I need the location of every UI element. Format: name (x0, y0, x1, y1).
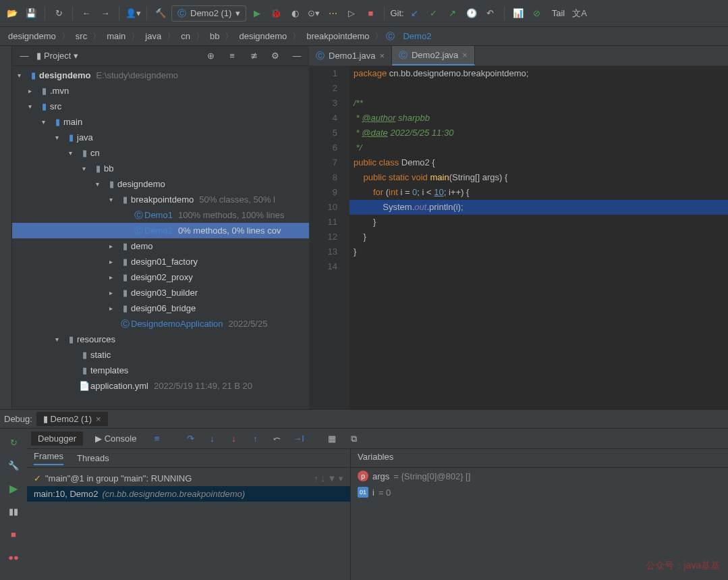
resume-icon[interactable]: ▶ (5, 480, 22, 496)
tree-demo[interactable]: ▸▮demo (12, 238, 309, 254)
var-args[interactable]: p args = {String[0]@802} [] (351, 468, 728, 484)
debug-session-tab[interactable]: ▮ Demo2 (1)× (36, 412, 108, 426)
tree-design02[interactable]: ▸▮design02_proxy (12, 269, 309, 285)
var-i[interactable]: 01 i = 0 (351, 484, 728, 500)
step-into-icon[interactable]: ↓ (204, 431, 220, 447)
hide-icon[interactable]: — (289, 48, 305, 64)
tree-design06[interactable]: ▸▮design06_bridge (12, 300, 309, 316)
line-num[interactable]: 11 (309, 215, 337, 230)
line-num[interactable]: 14 (309, 259, 337, 274)
line-num[interactable]: 3 (309, 96, 337, 111)
tree-main[interactable]: ▾▮main (12, 114, 309, 130)
check-icon[interactable]: ⊘ (529, 5, 545, 22)
line-num[interactable]: 2 (309, 81, 337, 96)
pause-icon[interactable]: ▮▮ (5, 503, 22, 519)
line-num[interactable]: 7 (309, 155, 337, 170)
breakpoints-icon[interactable]: ●● (5, 549, 22, 565)
tree-demo1[interactable]: ⒸDemo1100% methods, 100% lines (12, 207, 309, 223)
force-step-icon[interactable]: ↓ (225, 431, 242, 447)
code-editor[interactable]: package cn.bb.designdemo.breakpointdemo;… (349, 66, 728, 409)
collapse-icon[interactable]: ≢ (246, 48, 262, 64)
refresh-icon[interactable]: ↻ (51, 5, 67, 22)
tree-root[interactable]: ▾▮designdemoE:\study\designdemo (12, 68, 309, 83)
open-icon[interactable]: 📂 (4, 5, 20, 22)
config-icon[interactable]: 🔧 (5, 457, 22, 473)
crumb-8[interactable]: Demo2 (397, 30, 437, 43)
tree-app[interactable]: ⒸDesigndemoApplication2022/5/25 (12, 316, 309, 332)
line-num[interactable]: 8 (309, 170, 337, 185)
step-over-icon[interactable]: ↷ (182, 431, 198, 447)
git-update-icon[interactable]: ↙ (407, 5, 423, 22)
tree-java[interactable]: ▾▮java (12, 130, 309, 145)
tree-templates[interactable]: ▮templates (12, 363, 309, 378)
stop-debug-icon[interactable]: ■ (5, 526, 22, 542)
tree-designdemo[interactable]: ▾▮designdemo (12, 176, 309, 192)
thread-row[interactable]: ✓ "main"@1 in group "main": RUNNING ↑ ↓ … (27, 471, 350, 486)
translate-icon[interactable]: 文A (571, 5, 588, 22)
frames-tab[interactable]: Frames (34, 451, 63, 465)
crumb-7[interactable]: breakpointdemo (301, 30, 374, 43)
tree-demo2[interactable]: ⒸDemo20% methods, 0% lines cov (12, 223, 309, 238)
tree-static[interactable]: ▮static (12, 347, 309, 363)
close-icon[interactable]: × (379, 51, 385, 61)
crumb-2[interactable]: main (101, 30, 131, 43)
tree-mvn[interactable]: ▸▮.mvn (12, 83, 309, 99)
line-num[interactable]: 13 (309, 244, 337, 259)
debug-icon[interactable]: 🐞 (268, 5, 284, 22)
show-exec-icon[interactable]: ≡ (148, 431, 165, 447)
coverage-icon[interactable]: ◐ (287, 5, 303, 22)
rerun-icon[interactable]: ↻ (5, 434, 22, 450)
threads-tab[interactable]: Threads (77, 453, 109, 463)
tree-cn[interactable]: ▾▮cn (12, 145, 309, 161)
crumb-6[interactable]: designdemo (233, 30, 292, 43)
stop-icon[interactable]: ■ (362, 5, 379, 22)
close-icon[interactable]: × (462, 50, 468, 60)
user-icon[interactable]: 👤▾ (125, 5, 141, 22)
save-icon[interactable]: 💾 (23, 5, 39, 22)
debugger-tab[interactable]: Debugger (31, 431, 83, 446)
expand-icon[interactable]: ≡ (224, 48, 240, 64)
evaluate-icon[interactable]: ▦ (324, 431, 340, 447)
forward-icon[interactable]: → (97, 5, 113, 22)
tree-bb[interactable]: ▾▮bb (12, 161, 309, 176)
tail-label[interactable]: Tail (548, 8, 569, 18)
run-config-selector[interactable]: Ⓒ Demo2 (1) ▾ (171, 5, 246, 22)
line-num[interactable]: 1 (309, 66, 337, 81)
line-num[interactable]: 9 (309, 185, 337, 200)
line-num[interactable]: 12 (309, 230, 337, 244)
git-commit-icon[interactable]: ✓ (426, 5, 442, 22)
undo-icon[interactable]: ↶ (482, 5, 499, 22)
crumb-3[interactable]: java (140, 30, 167, 43)
crumb-0[interactable]: designdemo (3, 30, 61, 43)
crumb-4[interactable]: cn (175, 30, 196, 43)
crumb-1[interactable]: src (70, 30, 92, 43)
back-icon[interactable]: ← (78, 5, 94, 22)
profile-icon[interactable]: ⊙▾ (306, 5, 322, 22)
tab-demo1[interactable]: ⒸDemo1.java× (309, 46, 392, 65)
step-out-icon[interactable]: ↑ (247, 431, 263, 447)
run-icon[interactable]: ▶ (249, 5, 265, 22)
tree-design01[interactable]: ▸▮design01_factory (12, 254, 309, 269)
minimize-icon[interactable]: — (16, 48, 32, 64)
tree-src[interactable]: ▾▮src (12, 99, 309, 114)
stats-icon[interactable]: 📊 (510, 5, 526, 22)
run-to-cursor-icon[interactable]: →I (290, 431, 306, 447)
line-num[interactable]: 4 (309, 111, 337, 126)
git-push-icon[interactable]: ↗ (445, 5, 461, 22)
line-num[interactable]: 5 (309, 126, 337, 140)
line-num[interactable]: 6 (309, 140, 337, 155)
tree-resources[interactable]: ▾▮resources (12, 332, 309, 347)
hammer-icon[interactable]: 🔨 (152, 5, 169, 22)
frame-row[interactable]: main:10, Demo2 (cn.bb.designdemo.breakpo… (27, 486, 350, 502)
tab-demo2[interactable]: ⒸDemo2.java× (392, 46, 475, 65)
line-num[interactable]: 10 (309, 200, 337, 215)
console-tab[interactable]: ▶ Console (88, 431, 143, 446)
step-icon[interactable]: ▷ (343, 5, 360, 22)
tree-design03[interactable]: ▸▮design03_builder (12, 285, 309, 300)
drop-frame-icon[interactable]: ⤺ (269, 431, 285, 447)
git-history-icon[interactable]: 🕐 (464, 5, 480, 22)
attach-icon[interactable]: ⋯ (325, 5, 341, 22)
crumb-5[interactable]: bb (204, 30, 225, 43)
tree-appyml[interactable]: 📄application.yml2022/5/19 11:49, 21 B 20 (12, 378, 309, 394)
tree-breakpointdemo[interactable]: ▾▮breakpointdemo50% classes, 50% l (12, 192, 309, 207)
